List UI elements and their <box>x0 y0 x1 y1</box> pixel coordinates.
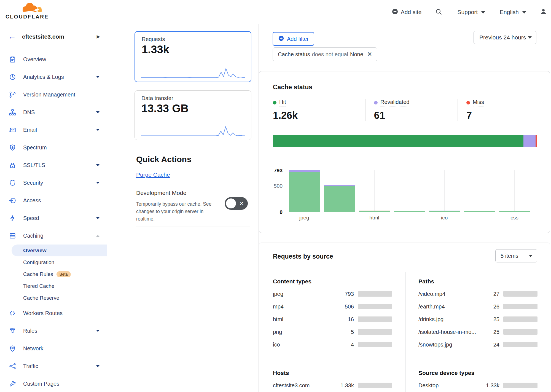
sidebar-item-overview[interactable]: Overview <box>0 50 107 68</box>
row-label: mp4 <box>273 304 334 310</box>
sidebar-item-caching-overview[interactable]: Overview <box>12 245 107 256</box>
stat-label[interactable]: Hit <box>279 99 286 106</box>
row-label: html <box>273 316 334 323</box>
content-types-list: Content types jpeg793mp4506html16png5ico… <box>273 278 392 351</box>
items-count-label: 5 items <box>501 253 518 259</box>
list-row-drinks-jpg: /drinks.jpg25 <box>418 313 537 326</box>
sidebar-item-spectrum[interactable]: Spectrum <box>0 139 107 156</box>
sidebar-item-ssl-tls[interactable]: SSL/TLS <box>0 156 107 174</box>
sidebar-item-caching-tiered-cache[interactable]: Tiered Cache <box>0 280 107 292</box>
row-meter-bar <box>358 291 392 297</box>
sidebar-item-email[interactable]: Email <box>0 121 107 139</box>
cache-status-stacked-bar <box>273 135 537 147</box>
row-value: 1.33k <box>334 382 354 389</box>
chevron-right-icon[interactable]: ▶ <box>97 34 100 39</box>
sidebar-item-label: Version Management <box>23 92 75 98</box>
sidebar-item-caching-cache-rules[interactable]: Cache RulesBeta <box>0 268 107 280</box>
row-label: /earth.mp4 <box>418 304 479 310</box>
chevron-up-icon <box>96 235 100 237</box>
sidebar-item-speed[interactable]: Speed <box>0 209 107 227</box>
cache-status-stat-hit: Hit1.26k <box>273 99 365 121</box>
network-icon <box>9 345 17 352</box>
filter-value: None <box>350 51 363 58</box>
chevron-down-icon <box>96 217 100 219</box>
items-count-select[interactable]: 5 items <box>495 249 537 262</box>
data-transfer-label: Data transfer <box>141 95 173 101</box>
workers-routes-icon <box>9 309 17 317</box>
language-label: English <box>500 9 519 15</box>
stat-label[interactable]: Revalidated <box>380 99 410 106</box>
beta-badge: Beta <box>57 271 71 277</box>
search-icon <box>435 8 442 17</box>
development-mode-toggle[interactable]: ✕ <box>225 197 248 210</box>
data-transfer-metric-card[interactable]: Data transfer 13.33 GB <box>135 90 251 140</box>
requests-by-source-title: Requests by source <box>273 253 333 260</box>
sidebar-item-custom-pages[interactable]: Custom Pages <box>0 375 107 392</box>
cloudflare-logo[interactable]: CLOUDFLARE <box>6 1 52 20</box>
cloudflare-dashboard: CLOUDFLARE Add site Support English <box>0 0 551 392</box>
gridline <box>444 170 445 212</box>
row-label: /snowtops.jpg <box>418 342 479 348</box>
row-value: 16 <box>334 316 354 323</box>
sidebar: ← cftestsite3.com ▶ OverviewAnalytics & … <box>0 24 107 392</box>
list-row-isolated-house-in-mo: /isolated-house-in-mo...25 <box>418 326 537 338</box>
access-icon <box>9 197 17 204</box>
hit-segment <box>464 211 495 212</box>
miss-segment <box>536 135 537 147</box>
add-filter-button[interactable]: Add filter <box>273 32 314 46</box>
sidebar-item-label: Spectrum <box>23 144 47 151</box>
sidebar-item-workers-routes[interactable]: Workers Routes <box>0 304 107 322</box>
sidebar-subitem-label: Cache Reserve <box>23 295 59 301</box>
chevron-down-icon <box>481 11 485 14</box>
sidebar-item-label: SSL/TLS <box>23 162 45 168</box>
sidebar-item-analytics-logs[interactable]: Analytics & Logs <box>0 68 107 86</box>
row-value: 1.33k <box>479 382 499 389</box>
email-icon <box>9 126 17 134</box>
sidebar-nav: OverviewAnalytics & LogsVersion Manageme… <box>0 49 107 392</box>
hit-segment <box>394 211 425 212</box>
back-arrow-icon[interactable]: ← <box>8 33 16 41</box>
row-value: 5 <box>334 329 354 335</box>
language-menu[interactable]: English <box>500 9 526 15</box>
site-name[interactable]: cftestsite3.com <box>22 33 64 40</box>
x-tick-label: jpeg <box>299 215 309 221</box>
sidebar-item-traffic[interactable]: Traffic <box>0 357 107 375</box>
sidebar-item-dns[interactable]: DNS <box>0 103 107 121</box>
list-row-jpeg: jpeg793 <box>273 288 392 300</box>
sidebar-item-network[interactable]: Network <box>0 340 107 357</box>
bar-mp4 <box>324 185 355 212</box>
stat-label[interactable]: Miss <box>473 99 484 106</box>
sidebar-submenu-caching: OverviewConfigurationCache RulesBetaTier… <box>0 245 107 304</box>
sidebar-item-rules[interactable]: Rules <box>0 322 107 340</box>
cache-status-card: Cache status Hit1.26kRevalidated61Miss7 … <box>259 71 550 233</box>
close-icon[interactable]: ✕ <box>367 51 372 58</box>
row-meter-bar <box>358 342 392 347</box>
sidebar-item-caching-cache-reserve[interactable]: Cache Reserve <box>0 292 107 304</box>
search-button[interactable] <box>435 8 442 17</box>
user-menu[interactable] <box>540 8 547 17</box>
requests-metric-card[interactable]: Requests 1.33k <box>135 31 251 82</box>
custom-pages-icon <box>9 380 17 388</box>
purge-cache-link[interactable]: Purge Cache <box>136 171 170 178</box>
row-label: /isolated-house-in-mo... <box>418 329 479 335</box>
sidebar-item-caching[interactable]: Caching <box>0 227 107 245</box>
add-site-button[interactable]: Add site <box>392 8 422 16</box>
time-range-select[interactable]: Previous 24 hours <box>474 31 536 44</box>
divider <box>259 362 550 362</box>
hosts-list: Hosts cftestsite3.com1.33k <box>273 370 392 392</box>
caching-icon <box>9 232 17 240</box>
sidebar-item-security[interactable]: Security <box>0 174 107 192</box>
sidebar-item-label: Speed <box>23 215 39 221</box>
row-meter-bar <box>503 329 537 335</box>
row-meter-bar <box>358 329 392 335</box>
sidebar-item-access[interactable]: Access <box>0 192 107 209</box>
list-row-html: html16 <box>273 313 392 326</box>
sidebar-item-caching-configuration[interactable]: Configuration <box>0 256 107 268</box>
requests-label: Requests <box>142 36 165 42</box>
cache-status-stats: Hit1.26kRevalidated61Miss7 <box>273 99 550 121</box>
sidebar-item-version-management[interactable]: Version Management <box>0 86 107 103</box>
divider <box>259 64 551 64</box>
cache-status-bar-chart <box>287 170 532 212</box>
revalidated-segment <box>523 135 536 147</box>
support-menu[interactable]: Support <box>458 9 486 15</box>
